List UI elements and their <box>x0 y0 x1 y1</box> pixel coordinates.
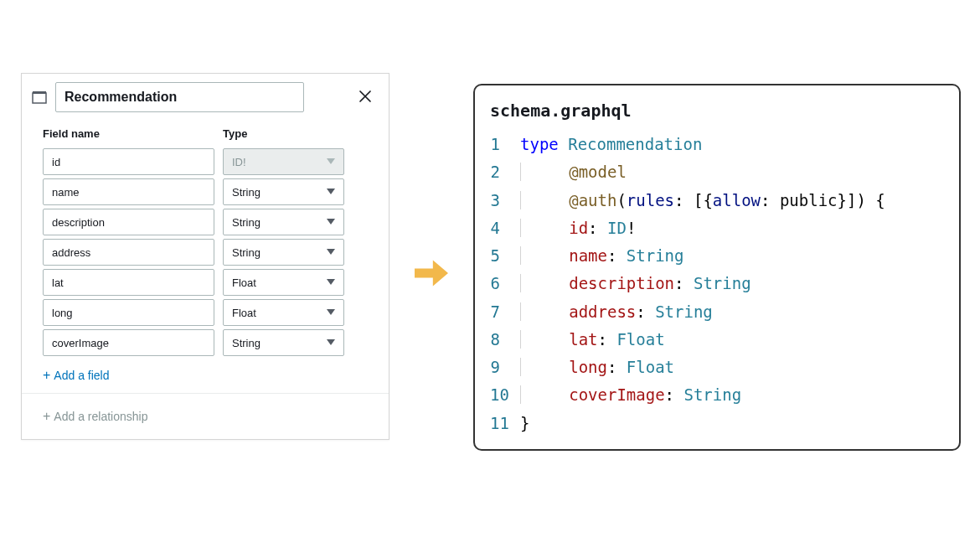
line-number: 8 <box>490 326 520 354</box>
arrow-right-icon <box>415 256 448 290</box>
field-row: String <box>43 178 368 205</box>
code-content: @model <box>520 158 627 186</box>
plus-icon: + <box>43 409 50 424</box>
field-type-label: String <box>232 337 260 349</box>
field-name-input[interactable] <box>43 209 214 235</box>
field-type-select[interactable]: Float <box>223 299 344 326</box>
column-header-name: Field name <box>43 127 214 140</box>
line-number: 2 <box>490 158 520 186</box>
field-type-select[interactable]: String <box>223 239 344 266</box>
line-number: 4 <box>490 214 520 242</box>
code-line: 11} <box>490 410 944 437</box>
field-row: Float <box>43 299 368 326</box>
code-content: description: String <box>520 270 751 297</box>
field-type-label: String <box>232 216 260 229</box>
plus-icon: + <box>43 368 50 383</box>
code-content: address: String <box>520 298 713 326</box>
code-line: 7 address: String <box>490 298 944 326</box>
column-header-type: Type <box>223 127 344 140</box>
line-number: 9 <box>490 354 520 381</box>
field-type-select[interactable]: String <box>223 209 344 235</box>
model-name-input[interactable] <box>55 82 304 112</box>
fields-header-row: Field name Type <box>43 127 368 145</box>
chevron-down-icon <box>327 158 335 166</box>
chevron-down-icon <box>327 278 335 287</box>
model-icon <box>32 90 47 105</box>
chevron-down-icon <box>327 218 335 226</box>
field-name-input[interactable] <box>43 148 214 175</box>
field-name-input[interactable] <box>43 329 214 356</box>
field-name-input[interactable] <box>43 239 214 266</box>
code-line: 6 description: String <box>490 270 944 297</box>
field-type-select: ID! <box>223 148 344 175</box>
field-type-select[interactable]: Float <box>223 269 344 296</box>
field-type-label: String <box>232 246 260 259</box>
field-name-input[interactable] <box>43 299 214 326</box>
code-line: 1type Recommendation <box>490 131 944 158</box>
add-relationship-button[interactable]: + Add a relationship <box>43 407 147 426</box>
field-type-label: Float <box>232 276 256 289</box>
field-row: Float <box>43 269 368 296</box>
relationship-section: + Add a relationship <box>22 393 389 439</box>
line-number: 1 <box>490 131 520 158</box>
code-line: 9 long: Float <box>490 354 944 381</box>
panel-header <box>22 74 389 121</box>
chevron-down-icon <box>327 338 335 347</box>
code-line: 10 coverImage: String <box>490 381 944 409</box>
chevron-down-icon <box>327 248 335 256</box>
code-line: 8 lat: Float <box>490 326 944 354</box>
add-field-label: Add a field <box>54 369 109 382</box>
field-row: String <box>43 239 368 266</box>
field-type-label: ID! <box>232 156 246 168</box>
field-type-select[interactable]: String <box>223 329 344 356</box>
code-content: long: Float <box>520 354 674 381</box>
code-content: name: String <box>520 242 684 270</box>
field-type-select[interactable]: String <box>223 178 344 205</box>
add-relationship-label: Add a relationship <box>54 410 147 423</box>
add-field-button[interactable]: + Add a field <box>43 366 110 385</box>
close-button[interactable] <box>354 86 376 108</box>
field-type-label: String <box>232 186 260 199</box>
code-line: 2 @model <box>490 158 944 186</box>
code-content: coverImage: String <box>520 381 741 409</box>
code-block: 1type Recommendation2 @model3 @auth(rule… <box>490 131 944 437</box>
code-content: } <box>520 410 529 437</box>
chevron-down-icon <box>327 188 335 196</box>
code-line: 3 @auth(rules: [{allow: public}]) { <box>490 187 944 214</box>
field-name-input[interactable] <box>43 178 214 205</box>
fields-section: Field name Type ID!StringStringStringFlo… <box>22 121 389 393</box>
code-content: @auth(rules: [{allow: public}]) { <box>520 187 885 214</box>
field-type-label: Float <box>232 307 256 319</box>
line-number: 11 <box>490 410 520 437</box>
field-row: ID! <box>43 148 368 175</box>
chevron-down-icon <box>327 308 335 317</box>
field-row: String <box>43 329 368 356</box>
svg-rect-0 <box>33 93 46 103</box>
line-number: 6 <box>490 270 520 297</box>
svg-rect-1 <box>33 91 46 94</box>
code-content: type Recommendation <box>520 131 702 158</box>
field-row: String <box>43 209 368 235</box>
code-content: id: ID! <box>520 214 636 242</box>
code-line: 4 id: ID! <box>490 214 944 242</box>
line-number: 7 <box>490 298 520 326</box>
schema-code-panel: schema.graphql 1type Recommendation2 @mo… <box>473 84 961 451</box>
field-name-input[interactable] <box>43 269 214 296</box>
code-line: 5 name: String <box>490 242 944 270</box>
line-number: 3 <box>490 187 520 214</box>
line-number: 5 <box>490 242 520 270</box>
line-number: 10 <box>490 381 520 409</box>
code-filename: schema.graphql <box>490 101 944 121</box>
code-content: lat: Float <box>520 326 665 354</box>
model-designer-panel: Field name Type ID!StringStringStringFlo… <box>21 73 389 440</box>
close-icon <box>358 88 372 107</box>
